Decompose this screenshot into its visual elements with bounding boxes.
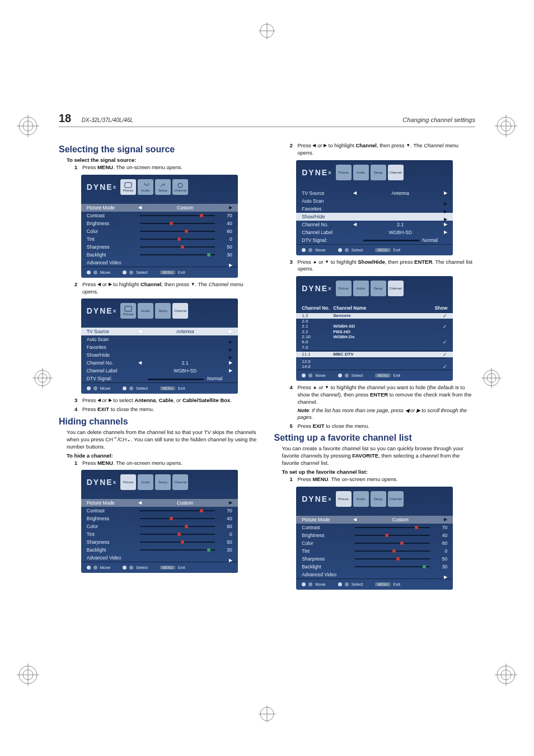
svg-point-31: [178, 183, 182, 188]
osd-row[interactable]: Color60: [296, 539, 453, 547]
step-2-1: 1 Press MENU. The on-screen menu opens.: [74, 460, 260, 467]
channel-list-row[interactable]: 7.0: [296, 345, 453, 350]
tab-audio[interactable]: Audio: [353, 281, 369, 296]
subhead-to-fav: To set up the favorite channel list:: [282, 469, 476, 475]
osd-row[interactable]: Contrast70: [296, 524, 453, 531]
osd-footer: Move Select MENU Exit: [81, 382, 238, 394]
tab-setup[interactable]: Setup: [155, 474, 171, 490]
osd-picture-menu: DYNEX Picture Audio Setup Channel Pictur…: [81, 470, 238, 573]
brand-logo: DYNEX: [87, 183, 117, 192]
channel-list-row[interactable]: 2.0: [296, 319, 453, 324]
channel-list-row[interactable]: 12.0: [296, 359, 453, 364]
page-number: 18: [59, 112, 71, 124]
registration-mark-bl: [17, 664, 39, 686]
osd-row[interactable]: Picture Mode◀Custom▶: [296, 516, 453, 524]
tab-channel[interactable]: Channel: [388, 165, 404, 180]
tab-setup[interactable]: Setup: [371, 281, 386, 296]
osd-row[interactable]: Channel LabelWGBH-SD▶: [296, 228, 453, 236]
tab-audio[interactable]: Audio: [138, 179, 153, 195]
channel-list-row[interactable]: 2.2PBS-HD: [296, 329, 453, 334]
osd-row[interactable]: Sharpness50: [81, 243, 238, 251]
osd-row[interactable]: Channel No.◀2.1▶: [81, 359, 238, 367]
osd-row[interactable]: Tint0: [81, 235, 238, 243]
osd-row[interactable]: Color60: [81, 522, 238, 530]
registration-mark-bc: [259, 706, 275, 722]
hiding-intro: You can delete channels from the channel…: [67, 429, 260, 450]
osd-row[interactable]: Advanced Video▶: [81, 259, 238, 267]
osd-row[interactable]: Contrast70: [81, 212, 238, 220]
t: . The on-screen menu opens.: [113, 164, 182, 170]
osd-row[interactable]: Show/Hide▶: [296, 213, 453, 221]
tab-setup[interactable]: Setup: [371, 491, 386, 507]
channel-list-row[interactable]: 2.10WGBH-Dx: [296, 334, 453, 339]
osd-row[interactable]: Channel LabelWGBH-SD▶: [81, 367, 238, 375]
osd-row[interactable]: Advanced Video▶: [81, 554, 238, 562]
registration-mark-mr: [481, 368, 502, 388]
osd-row[interactable]: Show/Hide▶: [81, 351, 238, 359]
osd-row[interactable]: Picture Mode◀Custom▶: [81, 204, 238, 212]
tab-channel[interactable]: Channel: [388, 491, 404, 507]
tab-picture[interactable]: Picture: [336, 281, 352, 296]
tab-audio[interactable]: Audio: [138, 474, 153, 490]
channel-list-row[interactable]: 1.2Sencore✓: [296, 313, 453, 319]
page-header: 18 DX-32L/37L/40L/46L Changing channel s…: [59, 112, 475, 127]
channel-list-row[interactable]: 11.1MBC DTV✓: [296, 352, 453, 357]
tab-setup[interactable]: Setup: [371, 165, 386, 180]
osd-row[interactable]: Auto Scan▶: [296, 197, 453, 205]
tab-audio[interactable]: Audio: [138, 303, 153, 319]
channel-list-row[interactable]: 14.0✓: [296, 364, 453, 370]
step-2-3: 3 Press ▲ or ▼ to highlight Show/Hide, t…: [290, 259, 476, 273]
tab-picture[interactable]: Picture: [120, 303, 136, 319]
step-2-5: 5 Press EXIT to close the menu.: [290, 423, 476, 430]
tab-channel[interactable]: Channel: [388, 281, 404, 296]
registration-mark-tr: [495, 115, 517, 137]
tab-channel[interactable]: Channel: [172, 474, 188, 490]
osd-row[interactable]: Brightness40: [296, 531, 453, 539]
t: Press: [82, 164, 97, 170]
channel-list-header: Channel No. Channel Name Show: [296, 305, 453, 313]
osd-row[interactable]: DTV Signal:Normal: [81, 375, 238, 382]
osd-row[interactable]: Sharpness50: [81, 538, 238, 546]
osd-row[interactable]: Backlight30: [81, 251, 238, 259]
tab-audio[interactable]: Audio: [353, 491, 369, 507]
tab-picture[interactable]: Picture: [120, 474, 136, 490]
step-1-4: 4 Press EXIT to close the menu.: [74, 406, 260, 413]
osd-row[interactable]: Tint0: [81, 530, 238, 538]
tab-channel[interactable]: Channel: [172, 303, 188, 319]
svg-rect-32: [125, 306, 132, 311]
osd-row[interactable]: Color60: [81, 227, 238, 235]
osd-row[interactable]: Advanced Video▶: [296, 571, 453, 578]
t: MENU: [97, 164, 113, 170]
tab-audio[interactable]: Audio: [353, 165, 369, 180]
svg-rect-30: [125, 183, 132, 188]
osd-row[interactable]: Sharpness50: [296, 555, 453, 563]
osd-row[interactable]: DTV Signal:Normal: [296, 236, 453, 244]
channel-list-row[interactable]: 2.1WGBH-SD✓: [296, 324, 453, 329]
osd-row[interactable]: Favorites▶: [81, 343, 238, 351]
subhead-to-hide: To hide a channel:: [67, 452, 260, 459]
osd-row[interactable]: Auto Scan▶: [81, 335, 238, 343]
osd-row[interactable]: Backlight30: [296, 563, 453, 571]
osd-row[interactable]: Brightness40: [81, 220, 238, 227]
osd-row[interactable]: Brightness40: [81, 515, 238, 522]
osd-row[interactable]: Contrast70: [81, 507, 238, 515]
osd-row[interactable]: Channel No.◀2.1▶: [296, 221, 453, 228]
osd-row[interactable]: Tint0: [296, 547, 453, 555]
tab-setup[interactable]: Setup: [155, 303, 171, 319]
osd-row[interactable]: Backlight30: [81, 546, 238, 554]
tab-picture[interactable]: Picture: [336, 491, 352, 507]
tab-picture[interactable]: Picture: [120, 179, 136, 195]
brand-logo: DYNEX: [87, 478, 117, 487]
osd-row[interactable]: TV Source◀Antenna▶: [81, 328, 238, 335]
osd-row[interactable]: Picture Mode◀Custom▶: [81, 499, 238, 507]
osd-row[interactable]: TV Source◀Antenna▶: [296, 189, 453, 197]
osd-channel-list: DYNEX Picture Audio Setup Channel Channe…: [296, 276, 453, 381]
tab-setup[interactable]: Setup: [155, 179, 171, 195]
osd-row[interactable]: Favorites▶: [296, 205, 453, 213]
tab-channel[interactable]: Channel: [172, 179, 188, 195]
tab-picture[interactable]: Picture: [336, 165, 352, 180]
osd-channel-menu: DYNEX Picture Audio Setup Channel TV Sou…: [296, 160, 453, 255]
registration-mark-tc: [259, 22, 275, 39]
channel-list-row[interactable]: 6.0✓: [296, 339, 453, 345]
step-1-3: 3 Press ◀ or ▶ to select Antenna, Cable,…: [74, 397, 260, 404]
